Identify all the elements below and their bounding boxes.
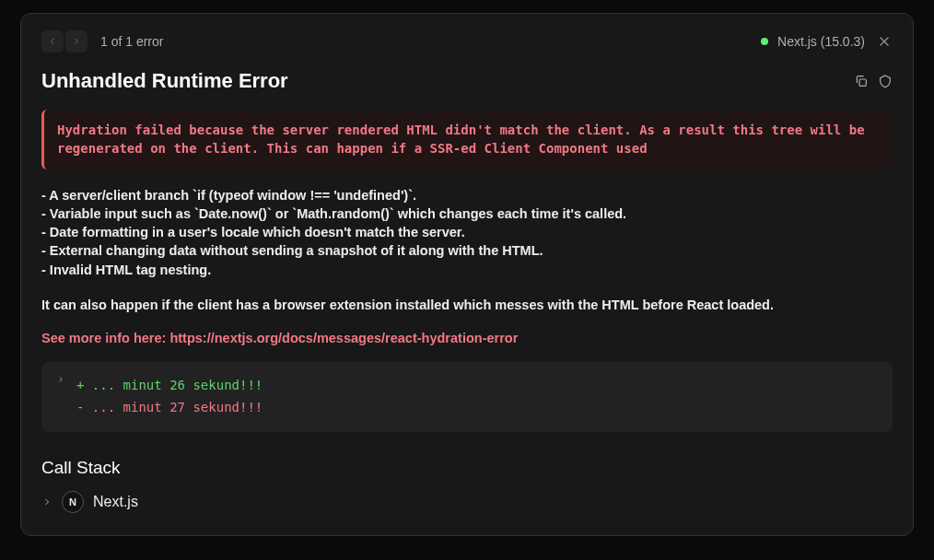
svg-rect-2: [859, 79, 866, 86]
extension-note: It can also happen if the client has a b…: [41, 296, 893, 314]
hydration-diff-block: + ... minut 26 sekund!!! - ... minut 27 …: [41, 362, 893, 432]
error-causes-list: - A server/client branch `if (typeof win…: [41, 186, 893, 279]
chevron-right-icon: [41, 496, 53, 508]
title-actions: [854, 74, 893, 88]
error-message-box: Hydration failed because the server rend…: [41, 110, 893, 169]
callstack-title: Call Stack: [41, 458, 893, 478]
callstack-framework-name: Next.js: [93, 494, 138, 510]
diff-removed-text: - ... minut 27 sekund!!!: [76, 397, 263, 419]
prev-error-button[interactable]: [41, 30, 64, 52]
status-indicator-icon: [761, 38, 768, 45]
topbar-left: 1 of 1 error: [41, 30, 163, 52]
close-icon: [876, 33, 893, 50]
cause-item: - Invalid HTML tag nesting.: [41, 261, 893, 279]
diff-removed-line: - ... minut 27 sekund!!!: [56, 397, 878, 419]
shield-icon: [878, 74, 893, 88]
cause-item: - Date formatting in a user's locale whi…: [41, 223, 893, 241]
error-title: Unhandled Runtime Error: [41, 69, 288, 93]
chevron-left-icon: [47, 36, 58, 47]
cause-item: - A server/client branch `if (typeof win…: [41, 186, 893, 204]
nextjs-logo-icon: N: [62, 491, 84, 513]
error-nav-buttons: [41, 30, 88, 52]
title-row: Unhandled Runtime Error: [41, 69, 893, 93]
overlay-topbar: 1 of 1 error Next.js (15.0.3): [41, 30, 893, 52]
next-error-button[interactable]: [65, 30, 88, 52]
copy-button[interactable]: [854, 74, 869, 88]
preferences-button[interactable]: [878, 74, 893, 88]
diff-expand-toggle[interactable]: [56, 375, 67, 384]
chevron-right-icon: [56, 375, 65, 384]
copy-icon: [854, 74, 869, 88]
close-button[interactable]: [876, 33, 893, 50]
error-message-text: Hydration failed because the server rend…: [57, 121, 880, 158]
docs-link[interactable]: See more info here: https://nextjs.org/d…: [41, 331, 893, 345]
error-overlay-panel: 1 of 1 error Next.js (15.0.3) Unhandled …: [20, 13, 914, 536]
chevron-right-icon: [71, 36, 82, 47]
framework-version-label: Next.js (15.0.3): [777, 34, 865, 49]
callstack-entry[interactable]: N Next.js: [41, 491, 893, 513]
error-count-label: 1 of 1 error: [100, 34, 163, 49]
cause-item: - Variable input such as `Date.now()` or…: [41, 204, 893, 223]
diff-added-line: + ... minut 26 sekund!!!: [56, 375, 878, 397]
topbar-right: Next.js (15.0.3): [761, 33, 893, 50]
cause-item: - External changing data without sending…: [41, 241, 893, 260]
diff-added-text: + ... minut 26 sekund!!!: [76, 375, 263, 397]
